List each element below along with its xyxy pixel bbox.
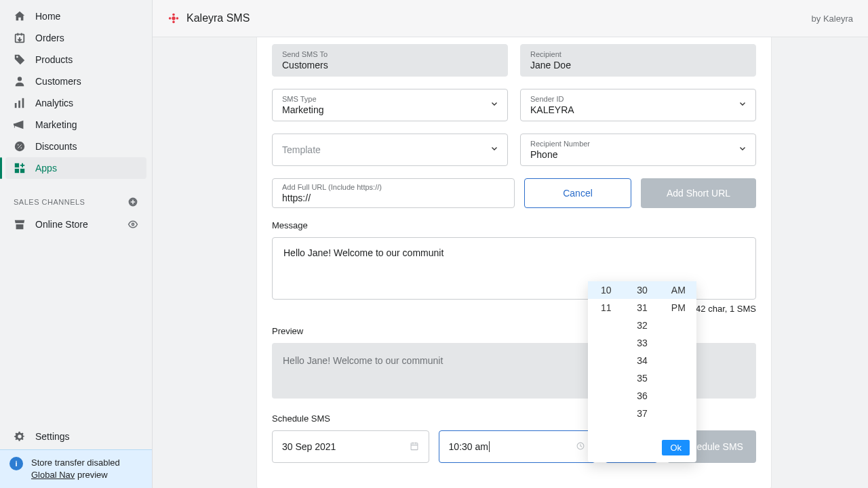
hour-option[interactable]: 11 — [588, 299, 624, 317]
store-icon — [14, 218, 26, 230]
recipient-field: Recipient Jane Doe — [520, 44, 756, 77]
svg-rect-6 — [15, 163, 19, 167]
home-icon — [14, 10, 26, 22]
placeholder: Template — [282, 144, 321, 155]
svg-point-11 — [172, 16, 175, 20]
svg-rect-4 — [22, 98, 24, 108]
ampm-option[interactable]: AM — [660, 281, 696, 299]
field-label: Sender ID — [530, 95, 746, 103]
nav-label: Marketing — [35, 119, 77, 130]
nav-settings[interactable]: Settings — [0, 424, 152, 449]
field-value: Marketing — [282, 104, 498, 115]
ampm-column[interactable]: AM PM — [660, 281, 696, 436]
chevron-down-icon — [738, 99, 747, 111]
gear-icon — [14, 430, 26, 443]
field-value: https:// — [282, 192, 505, 203]
minute-option[interactable]: 34 — [624, 352, 660, 369]
field-value: KALEYRA — [530, 104, 746, 115]
nav-label: Analytics — [35, 98, 73, 108]
svg-rect-3 — [18, 100, 20, 108]
sales-channels-header: SALES CHANNELS — [0, 197, 152, 207]
template-select[interactable]: Template — [272, 134, 508, 166]
clock-icon — [576, 441, 585, 453]
field-label: SMS Type — [282, 95, 498, 103]
products-icon — [14, 54, 26, 66]
apps-icon — [14, 162, 26, 174]
schedule-time-input[interactable]: 10:30 am — [439, 430, 596, 463]
schedule-date-input[interactable]: 30 Sep 2021 — [272, 430, 429, 463]
settings-label: Settings — [35, 431, 70, 442]
url-input[interactable]: Add Full URL (Include https://) https:// — [272, 178, 515, 208]
info-icon: i — [9, 457, 23, 470]
customers-icon — [14, 75, 26, 87]
field-label: Recipient — [530, 50, 746, 58]
nav-label: Apps — [35, 163, 57, 174]
svg-point-12 — [169, 17, 172, 20]
nav-label: Products — [35, 54, 73, 65]
nav-products[interactable]: Products — [5, 49, 146, 70]
svg-rect-8 — [20, 169, 24, 173]
app-title: Kaleyra SMS — [186, 12, 250, 24]
hour-column[interactable]: 10 11 — [588, 281, 624, 436]
recipient-number-select[interactable]: Recipient Number Phone — [520, 134, 756, 166]
nav-orders[interactable]: Orders — [5, 27, 146, 49]
sms-type-select[interactable]: SMS Type Marketing — [272, 89, 508, 121]
add-channel-icon[interactable] — [127, 197, 138, 207]
banner-line1: Store transfer disabled — [31, 457, 120, 469]
field-label: Recipient Number — [530, 140, 746, 148]
field-value: Jane Doe — [530, 60, 746, 70]
nav-discounts[interactable]: Discounts — [5, 136, 146, 157]
calendar-icon — [410, 441, 419, 453]
discounts-icon — [14, 140, 26, 152]
minute-option[interactable]: 35 — [624, 369, 660, 387]
minute-option[interactable]: 32 — [624, 317, 660, 334]
hour-option[interactable]: 10 — [588, 281, 624, 299]
cancel-url-button[interactable]: Cancel — [524, 178, 631, 208]
sales-channels-label: SALES CHANNELS — [14, 198, 85, 206]
field-value: Customers — [282, 60, 498, 70]
field-label: Add Full URL (Include https://) — [282, 183, 505, 191]
marketing-icon — [14, 119, 26, 131]
banner-suffix: preview — [75, 470, 107, 480]
chevron-down-icon — [490, 144, 499, 156]
chevron-down-icon — [738, 144, 747, 156]
svg-rect-7 — [15, 169, 19, 173]
nav-marketing[interactable]: Marketing — [5, 114, 146, 136]
minute-column[interactable]: 30 31 32 33 34 35 36 37 — [624, 281, 660, 436]
topbar: Kaleyra SMS by Kaleyra — [153, 0, 868, 37]
preview-icon[interactable] — [127, 219, 138, 230]
minute-option[interactable]: 30 — [624, 281, 660, 299]
info-banner: i Store transfer disabled Global Nav pre… — [0, 449, 152, 488]
nav-label: Home — [35, 11, 60, 22]
sender-id-select[interactable]: Sender ID KALEYRA — [520, 89, 756, 121]
nav-apps[interactable]: Apps — [5, 157, 146, 179]
nav-customers[interactable]: Customers — [5, 70, 146, 92]
field-label: Send SMS To — [282, 50, 498, 58]
ampm-option[interactable]: PM — [660, 299, 696, 317]
channel-label: Online Store — [35, 219, 88, 230]
channel-online-store[interactable]: Online Store — [0, 213, 152, 236]
orders-icon — [14, 32, 26, 44]
banner-link[interactable]: Global Nav — [31, 470, 75, 480]
content: Send SMS To Customers Recipient Jane Doe… — [153, 37, 868, 488]
svg-point-10 — [132, 223, 134, 225]
svg-point-15 — [172, 21, 175, 24]
time-picker-popup: 10 11 30 31 32 33 34 35 36 37 AM PM Ok — [588, 281, 696, 462]
add-short-url-button[interactable]: Add Short URL — [641, 178, 756, 208]
send-sms-to-field: Send SMS To Customers — [272, 44, 508, 77]
kaleyra-logo-icon — [167, 12, 180, 24]
time-ok-button[interactable]: Ok — [662, 440, 690, 455]
svg-point-13 — [176, 17, 179, 20]
minute-option[interactable]: 33 — [624, 334, 660, 352]
nav-label: Customers — [35, 76, 81, 87]
nav-label: Discounts — [35, 141, 77, 152]
nav-label: Orders — [35, 33, 64, 43]
message-label: Message — [272, 220, 756, 230]
minute-option[interactable]: 37 — [624, 405, 660, 422]
nav-analytics[interactable]: Analytics — [5, 92, 146, 114]
minute-option[interactable]: 36 — [624, 387, 660, 405]
svg-rect-2 — [15, 103, 17, 108]
svg-point-14 — [172, 14, 175, 16]
minute-option[interactable]: 31 — [624, 299, 660, 317]
nav-home[interactable]: Home — [5, 5, 146, 27]
